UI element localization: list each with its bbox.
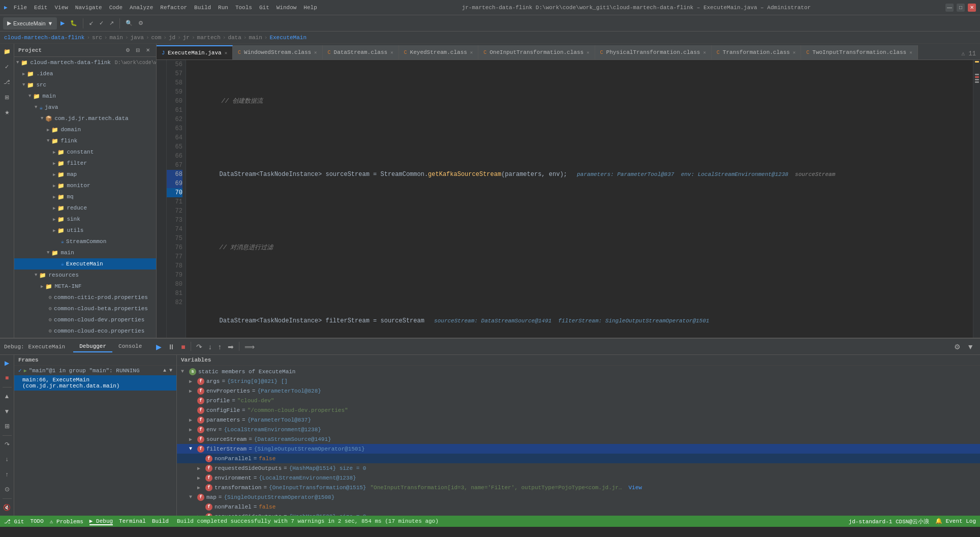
debug-tab-debugger[interactable]: Debugger <box>73 341 112 352</box>
sidebar-item-java[interactable]: ▼☕java <box>14 102 156 113</box>
debug-eval-btn[interactable]: ⟹ <box>242 342 257 352</box>
sidebar-item-prop-dev[interactable]: ⚙common-cloud-dev.properties <box>14 314 156 325</box>
sidebar-item-domain[interactable]: ▶📁domain <box>14 124 156 135</box>
project-icon[interactable]: 📁 <box>2 46 13 57</box>
sidebar-item-utils[interactable]: ▶📁utils <box>14 225 156 236</box>
sidebar-item-sink[interactable]: ▶📁sink <box>14 214 156 225</box>
debug-step-into-btn[interactable]: ↓ <box>206 342 214 352</box>
git-commit-button[interactable]: ✓ <box>97 17 106 29</box>
var-map-nonparallel[interactable]: f nonParallel = false <box>177 502 980 512</box>
var-filterstream-transformation[interactable]: ▶ f transformation = {OneInputTransforma… <box>177 483 980 492</box>
commit-icon[interactable]: ✓ <box>2 61 13 72</box>
todo-badge[interactable]: TODO <box>30 518 43 524</box>
menu-run[interactable]: Run <box>218 5 228 11</box>
terminal-badge[interactable]: Terminal <box>119 518 146 524</box>
tab-physicaltr[interactable]: C PhysicalTransformation.class ✕ <box>595 45 712 59</box>
frame-item-group[interactable]: ✓ ▶ "main"@1 in group "main": RUNNING ▲ … <box>14 366 176 375</box>
menu-navigate[interactable]: Navigate <box>75 5 102 11</box>
debug-pause-btn[interactable]: ⏸ <box>166 342 177 352</box>
debug-side-step-into[interactable]: ↓ <box>1 454 13 465</box>
var-filterstream-environment[interactable]: ▶ f environment = {LocalStreamEnvironmen… <box>177 473 980 483</box>
menu-git[interactable]: Git <box>259 5 269 11</box>
var-configfile[interactable]: f configFile = "/common-cloud-dev.proper… <box>177 405 980 415</box>
debug-side-stop[interactable]: ■ <box>1 372 13 383</box>
menu-window[interactable]: Window <box>277 5 297 11</box>
structure-icon[interactable]: ⊞ <box>2 92 13 103</box>
var-map[interactable]: ▼ f map = {SingleOutputStreamOperator@15… <box>177 492 980 502</box>
debug-run-button[interactable]: 🐛 <box>68 17 79 29</box>
tab-windowedstream[interactable]: C WindowedStream.class ✕ <box>233 45 322 59</box>
breadcrumb-item-7[interactable]: martech <box>197 35 221 41</box>
frame-item-main[interactable]: main:66, ExecuteMain (com.jd.jr.martech.… <box>14 375 176 391</box>
menu-help[interactable]: Help <box>303 5 317 11</box>
tab-close[interactable]: ✕ <box>225 50 227 56</box>
tab-close-4[interactable]: ✕ <box>470 50 473 55</box>
debug-resume-btn[interactable]: ▶ <box>154 342 164 352</box>
breadcrumb-item-3[interactable]: java <box>130 35 143 41</box>
var-filterstream-nonparallel[interactable]: f nonParallel = false <box>177 454 980 463</box>
settings-button[interactable]: ⚙ <box>136 17 145 29</box>
sidebar-item-streamcommon[interactable]: ☕StreamCommon <box>14 236 156 247</box>
sidebar-item-map[interactable]: ▶📁map <box>14 169 156 180</box>
sidebar-item-prop-beta[interactable]: ⚙common-cloud-beta.properties <box>14 303 156 314</box>
sidebar-item-filter[interactable]: ▶📁filter <box>14 158 156 169</box>
menu-edit[interactable]: Edit <box>34 5 47 11</box>
tab-twoinputtr[interactable]: C TwoInputTransformation.class ✕ <box>801 45 917 59</box>
menu-refactor[interactable]: Refactor <box>160 5 187 11</box>
tab-close-6[interactable]: ✕ <box>703 50 706 55</box>
git-push-button[interactable]: ↗ <box>107 17 116 29</box>
menu-code[interactable]: Code <box>109 5 122 11</box>
build-badge[interactable]: Build <box>152 518 169 524</box>
tab-close-5[interactable]: ✕ <box>587 50 589 55</box>
var-filterstream-sideoutputs[interactable]: ▶ f requestedSideOutputs = {HashMap@1514… <box>177 463 980 473</box>
sidebar-item-reduce[interactable]: ▶📁reduce <box>14 202 156 214</box>
menu-tools[interactable]: Tools <box>235 5 252 11</box>
tab-close-7[interactable]: ✕ <box>793 50 795 55</box>
tab-executemain[interactable]: J ExecuteMain.java ✕ <box>157 45 233 59</box>
debug-side-up[interactable]: ▲ <box>1 391 13 402</box>
run-config-select[interactable]: ▶ ExecuteMain ▼ <box>3 17 57 29</box>
debug-settings-btn[interactable]: ⚙ <box>952 342 963 352</box>
favorites-icon[interactable]: ★ <box>2 107 13 118</box>
tab-close-8[interactable]: ✕ <box>909 50 912 55</box>
menu-file[interactable]: File <box>14 5 27 11</box>
sidebar-close[interactable]: ✕ <box>144 46 152 54</box>
breadcrumb-item-9[interactable]: main <box>249 35 262 41</box>
var-sourcestream[interactable]: ▶ f sourceStream = {DataStreamSource@149… <box>177 434 980 444</box>
tab-transformation[interactable]: C Transformation.class ✕ <box>712 45 801 59</box>
sidebar-item-package[interactable]: ▼📦com.jd.jr.martech.data <box>14 113 156 124</box>
sidebar-item-main-pkg[interactable]: ▼📁main <box>14 247 156 258</box>
var-filterstream[interactable]: ▼ f filterStream = {SingleOutputStreamOp… <box>177 444 980 454</box>
notification-icon[interactable]: 🔔 Event Log <box>935 518 976 525</box>
breadcrumb-current[interactable]: ExecuteMain <box>269 35 307 41</box>
tab-keyedstream[interactable]: C KeyedStream.class ✕ <box>399 45 479 59</box>
sidebar-item-metainf[interactable]: ▶📁META-INF <box>14 281 156 292</box>
tab-close-3[interactable]: ✕ <box>390 50 393 55</box>
sidebar-item-monitor[interactable]: ▶📁monitor <box>14 180 156 191</box>
debug-side-step-out[interactable]: ↑ <box>1 468 13 480</box>
var-static-members[interactable]: ▼ s static members of ExecuteMain <box>177 367 980 376</box>
encoding-label[interactable]: jd-standard-1 CDSN@云小浪 <box>849 518 929 525</box>
minimize-button[interactable]: — <box>945 4 954 12</box>
sidebar-item-idea[interactable]: ▶📁.idea <box>14 68 156 79</box>
debug-minimize-btn[interactable]: ▼ <box>965 342 976 352</box>
sidebar-item-prop-citic[interactable]: ⚙common-citic-prod.properties <box>14 292 156 303</box>
git-status[interactable]: ⎇ Git <box>4 518 24 525</box>
git-icon[interactable]: ⎇ <box>2 76 13 87</box>
code-content[interactable]: // 创建数据流 DataStream<TaskNodeInstance> so… <box>186 60 973 338</box>
breadcrumb-item-0[interactable]: cloud-martech-data-flink <box>4 35 84 41</box>
sidebar-item-prop-eco[interactable]: ⚙common-cloud-eco.properties <box>14 325 156 337</box>
close-button[interactable]: ✕ <box>968 4 976 12</box>
sidebar-settings[interactable]: ⚙ <box>124 46 132 54</box>
problems-badge[interactable]: ⚠ Problems <box>50 518 83 525</box>
tab-oneinputtr[interactable]: C OneInputTransformation.class ✕ <box>478 45 595 59</box>
run-button[interactable]: ▶ <box>58 17 67 29</box>
debug-side-down[interactable]: ▼ <box>1 405 13 417</box>
debug-tab-console[interactable]: Console <box>112 341 148 352</box>
search-button[interactable]: 🔍 <box>124 17 135 29</box>
breadcrumb-item-5[interactable]: jd <box>169 35 175 41</box>
debug-step-over-btn[interactable]: ↷ <box>194 342 204 352</box>
breadcrumb-item-1[interactable]: src <box>92 35 102 41</box>
menu-analyze[interactable]: Analyze <box>130 5 153 11</box>
sidebar-item-constant[interactable]: ▶📁constant <box>14 146 156 158</box>
